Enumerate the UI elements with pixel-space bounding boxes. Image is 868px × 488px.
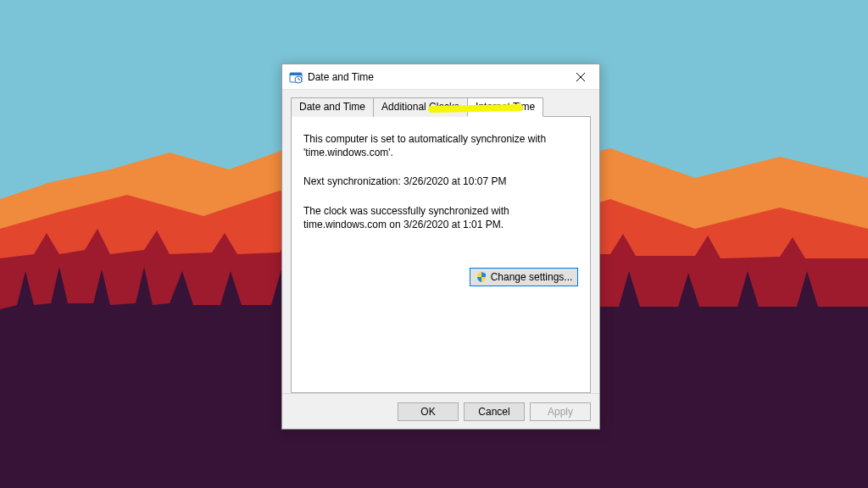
cancel-button[interactable]: Cancel [464, 402, 525, 421]
dialog-content: Date and Time Additional Clocks Internet… [282, 90, 599, 393]
last-sync-text: The clock was successfully synchronized … [303, 204, 578, 231]
sync-status-text: This computer is set to automatically sy… [303, 132, 578, 159]
next-sync-text: Next synchronization: 3/26/2020 at 10:07… [303, 175, 578, 188]
tab-internet-time[interactable]: Internet Time [467, 97, 543, 117]
svg-rect-2 [290, 73, 302, 75]
date-time-dialog: Date and Time Date and Time Additional C… [281, 64, 600, 430]
dialog-button-bar: OK Cancel Apply [282, 393, 599, 429]
change-settings-label: Change settings... [491, 271, 573, 283]
ok-button[interactable]: OK [398, 402, 459, 421]
date-time-icon [289, 70, 303, 84]
dialog-title: Date and Time [308, 71, 561, 83]
tab-panel-internet-time: This computer is set to automatically sy… [291, 117, 591, 393]
tab-additional-clocks[interactable]: Additional Clocks [373, 97, 468, 117]
change-settings-button[interactable]: Change settings... [470, 268, 578, 286]
tab-row: Date and Time Additional Clocks Internet… [291, 97, 591, 117]
titlebar: Date and Time [282, 64, 599, 90]
apply-button: Apply [530, 402, 591, 421]
close-button[interactable] [561, 64, 599, 90]
tab-date-and-time[interactable]: Date and Time [291, 97, 374, 117]
uac-shield-icon [476, 271, 487, 283]
